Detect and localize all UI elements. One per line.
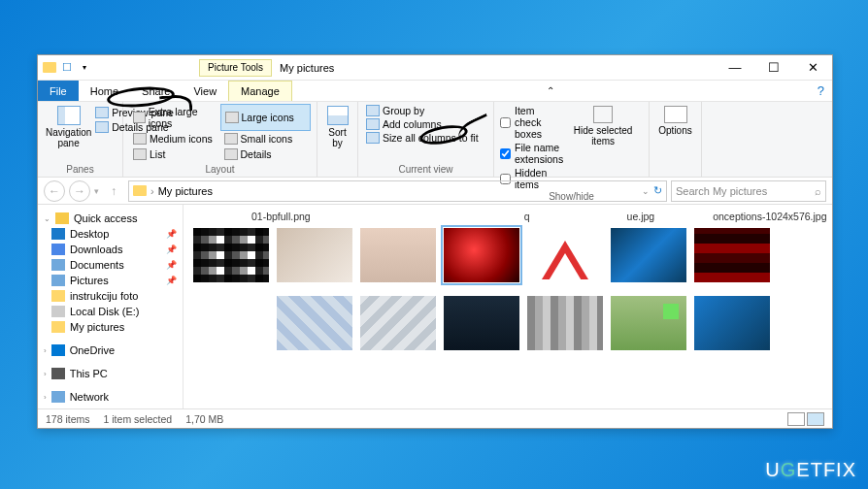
up-button[interactable]: ↑ (103, 180, 124, 202)
layout-label: Details (241, 148, 272, 160)
layout-icon (133, 133, 147, 145)
file-thumbnail[interactable] (360, 296, 436, 350)
pin-icon: 📌 (166, 276, 177, 285)
qat-dropdown-icon[interactable]: ▾ (77, 60, 92, 76)
group-sort: Sort by (317, 102, 358, 177)
back-button[interactable]: ← (44, 180, 65, 202)
refresh-icon[interactable]: ↻ (653, 184, 662, 197)
help-icon[interactable]: ? (818, 81, 824, 101)
layout-large[interactable]: Large icons (220, 104, 312, 131)
layout-list[interactable]: List (129, 147, 220, 162)
minimize-button[interactable]: — (716, 55, 754, 81)
layout-small[interactable]: Small icons (220, 131, 312, 147)
file-thumbnail[interactable] (611, 228, 686, 282)
explorer-window: ☐ ▾ Picture Tools My pictures — ☐ ✕ File… (37, 54, 833, 429)
details-view-icon[interactable] (787, 412, 805, 426)
group-by-button[interactable]: Group by (364, 104, 487, 117)
tab-home[interactable]: Home (79, 81, 130, 101)
sidebar-downloads[interactable]: Downloads📌 (38, 242, 183, 257)
thumbnail-row (193, 296, 822, 350)
pin-icon: 📌 (166, 244, 177, 254)
chevron-icon: › (44, 346, 47, 355)
folder-icon (51, 321, 65, 333)
collapse-ribbon-icon[interactable]: ⌃ (547, 81, 554, 101)
sidebar-label: Network (70, 391, 109, 403)
group-panes: Navigation pane Preview pane Details pan… (38, 102, 123, 177)
file-thumbnail[interactable] (360, 228, 436, 282)
group-layout-title: Layout (129, 164, 311, 177)
close-button[interactable]: ✕ (793, 55, 832, 81)
ribbon-tabs: File Home Share View Manage ⌃ ? (38, 81, 832, 102)
file-thumbnail[interactable] (694, 228, 770, 282)
file-thumbnail-selected[interactable] (444, 228, 519, 282)
sidebar-documents[interactable]: Documents📌 (38, 257, 183, 273)
layout-medium[interactable]: Medium icons (129, 131, 220, 147)
file-label: onceptions-1024x576.jpg (713, 211, 826, 222)
address-dropdown-icon[interactable]: ⌄ (642, 186, 650, 196)
file-thumbnail[interactable] (527, 228, 603, 282)
file-thumbnail[interactable] (444, 296, 519, 350)
group-options: Options (650, 102, 702, 177)
options-icon[interactable] (664, 106, 687, 123)
sidebar-my-pictures[interactable]: My pictures (38, 319, 183, 335)
layout-extra-large[interactable]: Extra large icons (129, 104, 220, 131)
address-input[interactable]: › My pictures ⌄ ↻ (128, 180, 667, 202)
search-input[interactable]: Search My pictures ⌕ (671, 180, 826, 202)
file-thumbnail[interactable] (611, 296, 686, 350)
navigation-pane-button[interactable]: Navigation pane (44, 104, 93, 150)
sort-by-icon[interactable] (327, 106, 349, 125)
folder-icon (133, 185, 147, 196)
sidebar-pictures[interactable]: Pictures📌 (38, 273, 183, 288)
file-thumbnail[interactable] (193, 228, 269, 282)
onedrive-icon (51, 344, 65, 356)
group-current-view-title: Current view (364, 164, 487, 177)
status-item-count: 178 items (46, 413, 90, 425)
file-ext-checkbox[interactable] (500, 148, 511, 159)
file-thumbnail[interactable] (527, 296, 603, 350)
layout-icon (133, 148, 147, 160)
file-thumbnail[interactable] (193, 296, 269, 350)
file-thumbnail[interactable] (694, 296, 770, 350)
tab-file[interactable]: File (38, 81, 79, 101)
tab-manage[interactable]: Manage (228, 81, 292, 101)
file-extensions-option[interactable]: File name extensions (500, 141, 563, 166)
forward-button[interactable]: → (69, 180, 90, 202)
disk-icon (51, 306, 65, 317)
options-label: Options (658, 125, 691, 136)
search-icon[interactable]: ⌕ (815, 185, 821, 197)
file-thumbnail[interactable] (277, 228, 352, 282)
size-columns-label: Size all columns to fit (383, 132, 479, 144)
sidebar-network[interactable]: ›Network (38, 389, 183, 405)
maximize-button[interactable]: ☐ (754, 55, 793, 81)
add-columns-button[interactable]: Add columns (364, 117, 487, 131)
sidebar-this-pc[interactable]: ›This PC (38, 366, 183, 381)
thumbnails-view-icon[interactable] (807, 412, 824, 426)
address-path: My pictures (158, 185, 213, 197)
layout-details[interactable]: Details (220, 147, 312, 162)
status-bar: 178 items 1 item selected 1,70 MB (38, 408, 832, 428)
sidebar-desktop[interactable]: Desktop📌 (38, 226, 183, 242)
item-check-checkbox[interactable] (500, 117, 511, 128)
search-placeholder: Search My pictures (676, 185, 767, 197)
file-labels-row: 01-bpfull.png q ue.jpg onceptions-1024x5… (193, 211, 822, 222)
watermark: UGETFIX (765, 459, 856, 481)
tab-view[interactable]: View (182, 81, 228, 101)
item-check-boxes-option[interactable]: Item check boxes (500, 104, 563, 141)
save-icon[interactable]: ☐ (59, 60, 75, 76)
file-list[interactable]: 01-bpfull.png q ue.jpg onceptions-1024x5… (184, 205, 832, 408)
sidebar-local-disk[interactable]: Local Disk (E:) (38, 304, 183, 319)
group-show-hide: Item check boxes File name extensions Hi… (494, 102, 650, 177)
group-current-view: Group by Add columns Size all columns to… (358, 102, 494, 177)
sidebar-label: Local Disk (E:) (70, 306, 140, 317)
sidebar-quick-access[interactable]: ⌄Quick access (38, 211, 183, 226)
sidebar-instrukciju[interactable]: instrukciju foto (38, 288, 183, 304)
tab-share[interactable]: Share (130, 81, 182, 101)
size-columns-button[interactable]: Size all columns to fit (364, 131, 487, 145)
network-icon (51, 391, 65, 403)
recent-dropdown-icon[interactable]: ▾ (94, 186, 99, 196)
sidebar-onedrive[interactable]: ›OneDrive (38, 342, 183, 358)
sidebar-label: Downloads (70, 244, 122, 255)
pin-icon: 📌 (166, 229, 177, 239)
file-thumbnail[interactable] (277, 296, 352, 350)
file-label: q (524, 211, 530, 222)
